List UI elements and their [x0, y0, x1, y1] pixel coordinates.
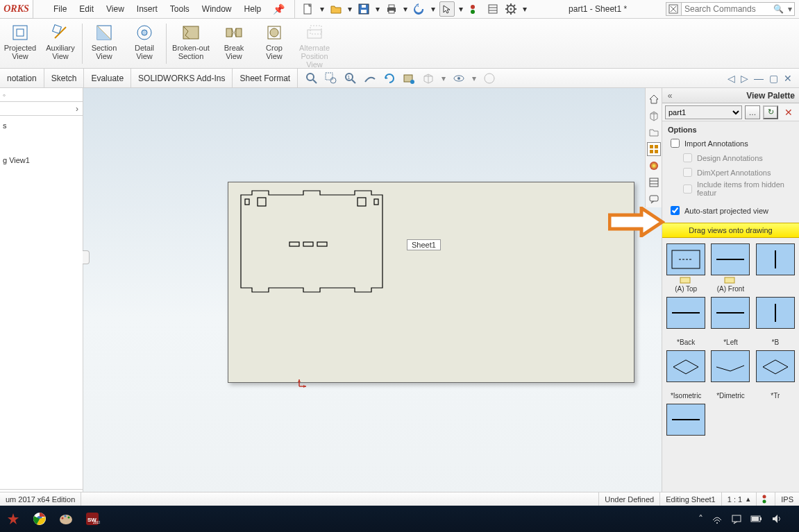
menu-tools[interactable]: Tools	[164, 0, 196, 18]
break-view-button[interactable]: Break View	[214, 19, 254, 69]
refresh-button[interactable]: ↻	[763, 105, 778, 119]
status-lock-icon[interactable]	[756, 492, 775, 506]
view-thumb[interactable]: (A) Front	[709, 243, 751, 293]
cancel-button[interactable]: ✕	[781, 105, 796, 119]
battery-icon[interactable]	[750, 515, 763, 523]
search-input[interactable]	[682, 4, 772, 14]
collapse-tree-icon[interactable]	[83, 250, 90, 264]
view-thumb[interactable]: *Tr	[755, 350, 796, 400]
status-zoom[interactable]: 1 : 1 ▴	[721, 492, 757, 506]
view-palette-icon[interactable]	[647, 142, 661, 156]
chevron-down-icon[interactable]: ▾	[441, 71, 446, 85]
tab-sketch[interactable]: Sketch	[44, 69, 85, 87]
select-icon[interactable]	[439, 1, 455, 17]
tab-sheet-format[interactable]: Sheet Format	[233, 69, 298, 87]
chevron-down-icon[interactable]: ▾	[374, 1, 381, 17]
taskbar-app-1[interactable]	[0, 506, 26, 532]
drawing-canvas[interactable]: Sheet1	[83, 88, 662, 506]
menu-insert[interactable]: Insert	[131, 0, 164, 18]
file-props-icon[interactable]	[485, 1, 501, 17]
taskbar-solidworks[interactable]: SW2017	[79, 506, 106, 532]
menu-help[interactable]: Help	[238, 0, 268, 18]
appearance-icon[interactable]	[482, 71, 496, 85]
options-icon[interactable]	[503, 1, 519, 17]
crop-view-button[interactable]: Crop View	[254, 19, 294, 69]
section-view-icon[interactable]	[363, 71, 377, 85]
tab-annotation[interactable]: notation	[0, 69, 44, 87]
chevron-down-icon[interactable]: ▾	[430, 1, 437, 17]
taskbar-chrome[interactable]	[26, 506, 53, 532]
save-icon[interactable]	[356, 1, 371, 17]
view-thumb[interactable]	[755, 243, 796, 293]
tree-item[interactable]: s	[3, 119, 80, 132]
chevron-down-icon[interactable]: ▾	[471, 71, 477, 85]
prev-doc-icon[interactable]: ◁	[727, 73, 735, 84]
chevron-down-icon[interactable]: ▾	[319, 1, 326, 17]
rebuild-icon[interactable]	[467, 1, 482, 17]
open-icon[interactable]	[328, 1, 344, 17]
search-icon[interactable]: 🔍	[772, 4, 786, 14]
chevron-down-icon[interactable]: ▾	[402, 1, 409, 17]
menu-edit[interactable]: Edit	[73, 0, 100, 18]
palette-part-select[interactable]: part1	[665, 105, 742, 119]
minimize-icon[interactable]: —	[754, 73, 764, 84]
command-search[interactable]: 🔍 ▾	[666, 2, 795, 16]
view-thumb[interactable]: *B	[755, 297, 796, 346]
home-icon[interactable]	[647, 92, 661, 106]
view-orient-icon[interactable]	[382, 71, 396, 85]
import-annotations-checkbox[interactable]: Import Annotations	[668, 137, 793, 150]
undo-icon[interactable]	[412, 1, 427, 17]
drawing-sheet[interactable]	[228, 182, 634, 383]
chevron-down-icon[interactable]: ▾	[457, 1, 464, 17]
view-thumb[interactable]	[665, 404, 707, 445]
chevron-down-icon[interactable]: ▾	[346, 1, 353, 17]
status-units[interactable]: IPS	[775, 492, 799, 506]
pin-icon[interactable]: 📌	[267, 3, 290, 15]
menu-window[interactable]: Window	[196, 0, 238, 18]
view-thumb[interactable]: (A) Top	[665, 243, 707, 293]
close-icon[interactable]: ✕	[784, 73, 792, 84]
feature-manager-tabs[interactable]: ◦	[0, 88, 83, 102]
browse-button[interactable]: …	[745, 105, 760, 119]
broken-out-section-button[interactable]: Broken-out Section	[168, 19, 214, 69]
view-thumb[interactable]: *Left	[709, 297, 751, 346]
tab-addins[interactable]: SOLIDWORKS Add-Ins	[131, 69, 233, 87]
zoom-fit-icon[interactable]	[305, 71, 319, 85]
expand-panel-icon[interactable]: ›	[0, 102, 83, 116]
design-library-icon[interactable]	[647, 109, 661, 123]
zoom-area-icon[interactable]	[324, 71, 338, 85]
collapse-palette-icon[interactable]: «	[662, 91, 678, 101]
print-icon[interactable]	[384, 1, 399, 17]
chevron-down-icon[interactable]: ▾	[521, 1, 528, 17]
maximize-icon[interactable]: ▢	[769, 73, 778, 84]
appearances-icon[interactable]	[647, 159, 661, 173]
tree-item[interactable]: g View1	[3, 153, 80, 167]
custom-props-icon[interactable]	[647, 175, 661, 189]
forum-icon[interactable]	[647, 192, 661, 206]
cube-icon[interactable]	[421, 71, 435, 85]
next-doc-icon[interactable]: ▷	[741, 73, 748, 84]
menu-file[interactable]: File	[47, 0, 73, 18]
tab-evaluate[interactable]: Evaluate	[84, 69, 131, 87]
chevron-down-icon[interactable]: ▾	[786, 4, 794, 14]
tray-expand-icon[interactable]: ˄	[698, 513, 703, 524]
detail-view-button[interactable]: Detail View	[124, 19, 165, 69]
search-target-icon[interactable]	[666, 3, 682, 15]
view-thumb[interactable]: *Isometric	[665, 350, 707, 400]
display-style-icon[interactable]	[402, 71, 416, 85]
section-view-button[interactable]: Section View	[84, 19, 124, 69]
taskbar-paint[interactable]	[53, 506, 79, 532]
hide-show-icon[interactable]	[452, 71, 466, 85]
volume-icon[interactable]	[771, 513, 782, 524]
action-center-icon[interactable]	[731, 513, 742, 524]
projected-view-button[interactable]: Projected View	[0, 19, 40, 69]
new-icon[interactable]	[301, 1, 316, 17]
view-thumb[interactable]: *Dimetric	[709, 350, 751, 400]
view-thumb[interactable]: *Back	[665, 297, 707, 346]
file-explorer-icon[interactable]	[647, 126, 661, 139]
auto-start-projected-checkbox[interactable]: Auto-start projected view	[668, 204, 793, 217]
auxiliary-view-button[interactable]: Auxiliary View	[40, 19, 81, 69]
prev-view-icon[interactable]: 1	[344, 71, 358, 85]
wifi-icon[interactable]	[712, 513, 723, 524]
menu-view[interactable]: View	[100, 0, 131, 18]
